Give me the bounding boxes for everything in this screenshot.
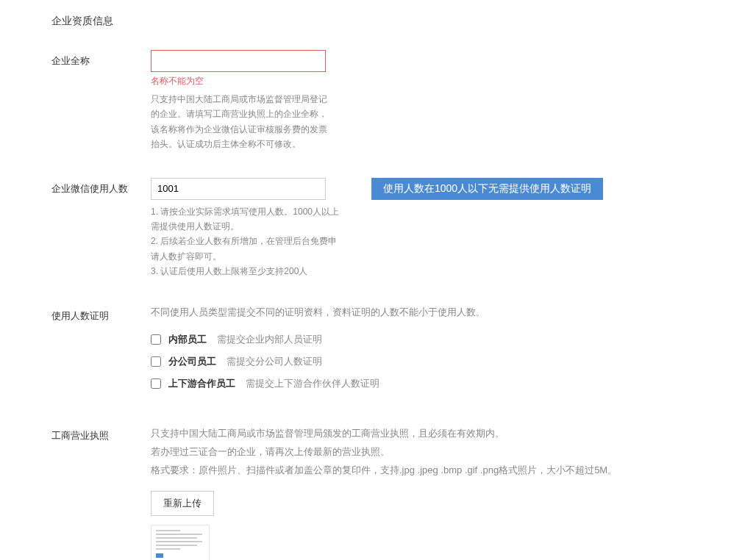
license-desc-l2: 若办理过三证合一的企业，请再次上传最新的营业执照。: [151, 446, 390, 457]
checkbox-internal-label: 内部员工: [168, 333, 207, 346]
label-company-name: 企业全称: [51, 50, 151, 68]
checkbox-row-internal: 内部员工 需提交企业内部人员证明: [151, 333, 680, 346]
label-user-proof: 使用人数证明: [51, 305, 151, 323]
checkbox-branch-desc: 需提交分公司人数证明: [227, 355, 322, 368]
label-user-count: 企业微信使用人数: [51, 178, 151, 195]
company-name-help: 只支持中国大陆工商局或市场监督管理局登记的企业。请填写工商营业执照上的企业全称，…: [151, 92, 327, 152]
checkbox-row-partner: 上下游合作员工 需提交上下游合作伙伴人数证明: [151, 377, 680, 390]
reupload-button[interactable]: 重新上传: [151, 491, 214, 516]
checkbox-internal[interactable]: [151, 334, 161, 345]
user-proof-desc: 不同使用人员类型需提交不同的证明资料，资料证明的人数不能小于使用人数。: [151, 305, 680, 320]
checkbox-branch-label: 分公司员工: [168, 355, 216, 368]
company-name-error: 名称不能为空: [151, 75, 680, 87]
user-count-banner: 使用人数在1000人以下无需提供使用人数证明: [371, 178, 603, 200]
row-user-proof: 使用人数证明 不同使用人员类型需提交不同的证明资料，资料证明的人数不能小于使用人…: [51, 305, 716, 400]
row-company-name: 企业全称 名称不能为空 只支持中国大陆工商局或市场监督管理局登记的企业。请填写工…: [51, 50, 716, 152]
company-name-input[interactable]: [151, 50, 326, 72]
checkbox-internal-desc: 需提交企业内部人员证明: [217, 333, 322, 346]
checkbox-partner-desc: 需提交上下游合作伙伴人数证明: [246, 377, 379, 390]
checkbox-partner[interactable]: [151, 378, 161, 389]
license-thumbnail[interactable]: [151, 525, 210, 560]
user-count-help: 1. 请按企业实际需求填写使用人数。1000人以上需提供使用人数证明。 2. 后…: [151, 204, 342, 279]
label-license: 工商营业执照: [51, 425, 151, 442]
license-desc-l1: 只支持中国大陆工商局或市场监督管理局颁发的工商营业执照，且必须在有效期内。: [151, 428, 504, 439]
checkbox-partner-label: 上下游合作员工: [168, 377, 235, 390]
row-user-count: 企业微信使用人数 1. 请按企业实际需求填写使用人数。1000人以上需提供使用人…: [51, 178, 716, 279]
row-license: 工商营业执照 只支持中国大陆工商局或市场监督管理局颁发的工商营业执照，且必须在有…: [51, 425, 716, 560]
section-title: 企业资质信息: [51, 15, 716, 28]
checkbox-branch[interactable]: [151, 356, 161, 367]
user-count-input[interactable]: [151, 178, 326, 200]
checkbox-row-branch: 分公司员工 需提交分公司人数证明: [151, 355, 680, 368]
license-desc: 只支持中国大陆工商局或市场监督管理局颁发的工商营业执照，且必须在有效期内。 若办…: [151, 425, 680, 479]
license-desc-l3: 格式要求：原件照片、扫描件或者加盖公章的复印件，支持.jpg .jpeg .bm…: [151, 464, 617, 475]
